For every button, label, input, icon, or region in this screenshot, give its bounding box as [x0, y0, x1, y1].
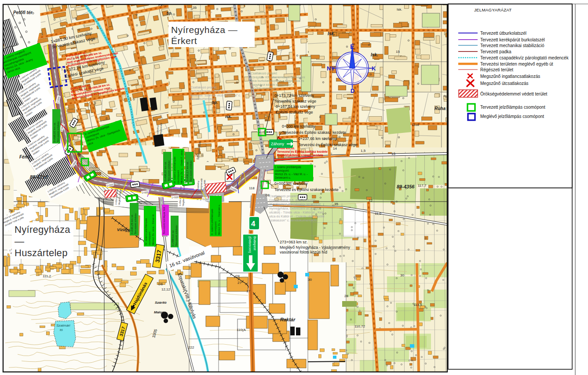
svg-text:113,5: 113,5 [413, 303, 422, 307]
svg-text:Móricz Zs. u. - Váci M. u. -: Móricz Zs. u. - Váci M. u. - [275, 173, 308, 176]
svg-text:28: 28 [344, 294, 348, 298]
svg-text:Tervezett zöldsáv: Tervezett zöldsáv [189, 160, 192, 181]
svg-text:tó: tó [60, 328, 63, 332]
svg-text:Petőfi tér: Petőfi tér [13, 10, 33, 15]
svg-text:Fémf.: Fémf. [19, 154, 31, 159]
svg-text:NY: NY [327, 65, 335, 72]
svg-text:0+000 km szelvény: 0+000 km szelvény [282, 124, 315, 129]
svg-text:Tervezett kerékpár híd: Tervezett kerékpár híd [162, 207, 165, 234]
svg-text:30: 30 [400, 273, 404, 277]
svg-text:Tervezett zöldsáv: Tervezett zöldsáv [175, 224, 178, 246]
svg-text:Csatlakozó projekt:: Csatlakozó projekt: [269, 194, 298, 198]
svg-text:0+167,04 km szelvény: 0+167,04 km szelvény [276, 104, 315, 109]
svg-text:tervdokumentáció: tervdokumentáció [251, 86, 276, 90]
svg-text:15: 15 [391, 152, 395, 156]
svg-text:111,2: 111,2 [43, 274, 51, 278]
svg-text:110(A: 110(A [237, 328, 246, 332]
svg-text:Meglévő jelzőlámpás csomópont: Meglévő jelzőlámpás csomópont [480, 114, 544, 119]
svg-text:Engedélyköteles szakasz kezdet: Engedélyköteles szakasz kezdete [277, 154, 323, 157]
svg-text:Nyíregyháza —: Nyíregyháza — [171, 25, 237, 35]
svg-text:273+063 km sz.: 273+063 km sz. [280, 240, 308, 244]
svg-text:222: 222 [188, 346, 194, 349]
svg-text:Érkert: Érkert [171, 36, 197, 46]
svg-text:11,0: 11,0 [375, 212, 382, 216]
svg-text:Tervezett mechanikai stabilizá: Tervezett mechanikai stabilizáció [480, 43, 544, 48]
svg-text:12,12: 12,12 [161, 287, 171, 291]
svg-text:117,7: 117,7 [418, 184, 427, 188]
svg-text:Nyíregyháza, Debreceni út (Kíg: Nyíregyháza, Debreceni út (Kígyó [269, 206, 319, 210]
svg-text:Szatmári: Szatmári [56, 324, 70, 327]
svg-text:28: 28 [236, 274, 240, 278]
svg-text:0+488 km sz.: 0+488 km sz. [171, 230, 174, 246]
svg-text:12: 12 [369, 199, 373, 202]
svg-text:Tervezett útburkolatszél: Tervezett útburkolatszél [480, 31, 526, 36]
svg-text:Tervezett zöldsáv: Tervezett zöldsáv [134, 213, 137, 234]
svg-text:Régészeti terület: Régészeti terület [480, 67, 513, 72]
svg-text:110,72: 110,72 [354, 324, 365, 328]
svg-text:0+430,17 km sz.: 0+430,17 km sz. [186, 161, 189, 181]
svg-text:Isk.: Isk. [397, 7, 402, 11]
svg-text:Móricz Zs. u. - Deák F. utca: Móricz Zs. u. - Deák F. utca [180, 150, 183, 184]
svg-text:Tervezett zöldsáv: Tervezett zöldsáv [167, 160, 170, 181]
svg-text:27: 27 [237, 281, 241, 285]
svg-text:15: 15 [396, 50, 400, 54]
svg-text:II. számú jelzőlámpás: II. számú jelzőlámpás [210, 209, 213, 235]
svg-text:I. számú jelzőlámpás: I. számú jelzőlámpás [275, 165, 301, 169]
svg-text:D6: D6 [158, 282, 163, 286]
svg-text:Vízügy.: Vízügy. [117, 228, 131, 232]
svg-text:Budapest: Budapest [253, 236, 257, 251]
svg-text:Móricz Zs. utca - Simai út: Móricz Zs. utca - Simai út [151, 214, 154, 245]
svg-text:csomópont:: csomópont: [275, 169, 289, 173]
svg-text:Tervezett kerékpárút burkolats: Tervezett kerékpárút burkolatszél [480, 37, 545, 42]
svg-text:tervezett "Szarvas utca felújí: tervezett "Szarvas utca felújítása" c. [190, 93, 241, 97]
svg-text:Móricz Zs. u. - Szarvas u.: Móricz Zs. u. - Szarvas u. [217, 204, 220, 235]
svg-text:szakaszon" c. tervdokumentáció: szakaszon" c. tervdokumentáció [269, 218, 317, 222]
svg-text:Debreceni u.: Debreceni u. [275, 176, 291, 179]
svg-text:K: K [372, 65, 376, 72]
svg-text:0+000 km szelvény: 0+000 km szelvény [274, 181, 308, 186]
svg-text:Tervezési területen meglévő eg: Tervezési területen meglévő egyéb út [480, 62, 553, 66]
svg-text:É: É [350, 43, 354, 50]
svg-text:Építési szakasz vége: Építési szakasz vége [276, 110, 313, 114]
svg-text:Meglévő Nyíregyháza - Vásárosn: Meglévő Nyíregyháza - Vásárosnamény [280, 245, 351, 250]
svg-text:Nyíregyháza: Nyíregyháza [15, 224, 70, 235]
svg-text:08: 08 [266, 193, 270, 197]
svg-text:89-4710: 89-4710 [30, 174, 48, 180]
svg-text:csomópont:: csomópont: [214, 221, 217, 235]
svg-text:Tervezett zöldsáv: Tervezett zöldsáv [56, 121, 59, 142]
svg-text:Isk.: Isk. [328, 31, 335, 36]
svg-text:0+237,66 km szelvény: 0+237,66 km szelvény [298, 136, 337, 141]
svg-text:0+495,00 km sz.: 0+495,00 km sz. [53, 122, 56, 142]
svg-text:—: — [15, 236, 24, 247]
svg-text:Malom: Malom [154, 310, 165, 314]
svg-text:D: D [351, 88, 354, 94]
svg-text:csomópont: csomópont [148, 232, 151, 245]
svg-text:1,5: 1,5 [361, 149, 366, 153]
svg-text:csomópont: csomópont [176, 170, 179, 184]
svg-text:Tervezett padka: Tervezett padka [480, 49, 511, 54]
svg-text:Isk.: Isk. [371, 52, 378, 57]
svg-text:Isk.: Isk. [225, 114, 232, 119]
svg-text:Tervezési és Építési szakasz k: Tervezési és Építési szakasz kezdete [282, 130, 346, 135]
svg-text:30: 30 [308, 278, 312, 282]
svg-text:"Kerékpáros létesítmény tervez: "Kerékpáros létesítmény tervezése [269, 202, 321, 206]
svg-text:III. számú jelzőlámpás: III. számú jelzőlámpás [173, 157, 176, 184]
svg-text:28: 28 [9, 209, 13, 213]
svg-text:Sp.: Sp. [212, 100, 218, 105]
svg-text:Sp.: Sp. [166, 11, 172, 15]
svg-text:Tervezett csapadékvíz párologt: Tervezett csapadékvíz párologtató medenc… [480, 55, 569, 60]
svg-text:(Debrecen): (Debrecen) [248, 236, 252, 253]
svg-text:utcától) - Tünde utca - Kállói: utcától) - Tünde utca - Kállói út - Kert [269, 210, 324, 214]
svg-text:89-4356: 89-4356 [397, 184, 415, 189]
svg-text:IV. számú jelzőlámpás: IV. számú jelzőlámpás [144, 218, 147, 245]
svg-text:0+495,00 km sz.: 0+495,00 km sz. [164, 161, 167, 181]
svg-text:Tervezési szakasz vége: Tervezési szakasz vége [274, 99, 316, 103]
svg-text:Tervezési és Építési szakasz k: Tervezési és Építési szakasz kezdete [274, 188, 339, 192]
svg-text:Huszártelep: Huszártelep [15, 247, 68, 258]
svg-text:14: 14 [333, 147, 337, 151]
svg-text:vasútvonal fölötti közúti híd: vasútvonal fölötti közúti híd [280, 250, 327, 254]
svg-text:Szárító: Szárító [155, 301, 167, 305]
svg-text:Örökségvédelemmel védett terül: Örökségvédelemmel védett terület [480, 92, 548, 96]
svg-text:Create Value Kft. által tervez: Create Value Kft. által tervezett [269, 198, 315, 202]
svg-text:35: 35 [334, 202, 338, 206]
